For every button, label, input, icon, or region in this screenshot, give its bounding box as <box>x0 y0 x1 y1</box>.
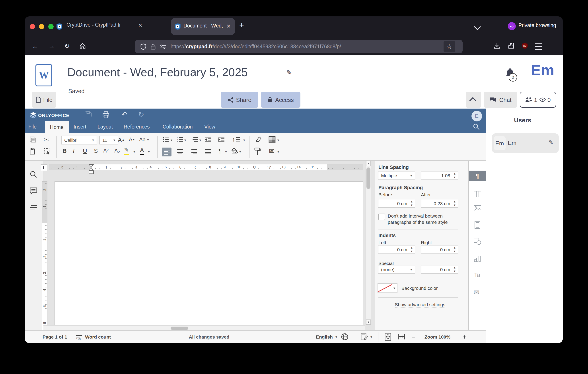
textart-settings-icon[interactable]: Ta <box>474 272 480 278</box>
page-count[interactable]: Page 1 of 1 <box>42 334 67 339</box>
scrollbar-thumb[interactable] <box>367 167 370 189</box>
interval-checkbox[interactable] <box>378 214 385 220</box>
font-color-button[interactable]: A <box>140 147 144 155</box>
print-icon[interactable] <box>102 111 109 118</box>
change-case-icon[interactable]: Aa ▾ <box>139 136 149 143</box>
justify-button[interactable] <box>205 149 211 154</box>
save-icon[interactable] <box>85 111 92 118</box>
fit-page-icon[interactable] <box>385 333 391 341</box>
track-changes-icon[interactable] <box>361 333 368 340</box>
header-footer-settings-icon[interactable] <box>474 221 480 229</box>
reload-button[interactable]: ↻ <box>64 42 70 50</box>
lock-icon[interactable] <box>151 43 156 50</box>
multilevel-list-icon[interactable]: 1i <box>191 136 198 142</box>
indent-right-spinner[interactable]: 0 cm ▴▾ <box>421 245 458 254</box>
line-spacing-icon[interactable]: ↕ <box>232 136 240 143</box>
language-select[interactable]: English <box>316 334 333 339</box>
chart-settings-icon[interactable] <box>474 256 481 262</box>
tab-document-active[interactable]: Document - Wed, February 5, 2 ✕ <box>171 18 235 35</box>
mail-merge-icon[interactable]: ✉ <box>269 147 274 155</box>
bold-button[interactable]: B <box>63 147 67 154</box>
increase-indent-icon[interactable] <box>218 137 225 142</box>
chevron-down-icon[interactable]: ▾ <box>200 138 201 142</box>
tab-cryptdrive[interactable]: CryptDrive - CryptPad.fr ✕ <box>50 18 168 35</box>
ublock-origin-icon[interactable]: uO <box>522 42 528 49</box>
align-left-button-active[interactable] <box>162 147 171 156</box>
chevron-down-icon[interactable]: ▾ <box>171 138 172 142</box>
numbered-list-icon[interactable]: 123 <box>177 136 183 142</box>
font-size-select[interactable]: 11 ▾ <box>99 135 118 145</box>
select-all-icon[interactable] <box>44 148 51 155</box>
url-bar[interactable]: https://cryptpad.fr/doc/#/3/doc/edit/ff0… <box>135 40 462 53</box>
decrease-indent-icon[interactable] <box>205 137 211 142</box>
file-button[interactable]: File <box>32 92 56 108</box>
spacing-before-spinner[interactable]: 0 cm ▴▾ <box>378 199 415 208</box>
copy-icon[interactable] <box>30 136 36 143</box>
url-text[interactable]: https://cryptpad.fr/doc/#/3/doc/edit/ff0… <box>171 44 341 49</box>
scroll-down-button[interactable]: ▼ <box>366 320 371 325</box>
chevron-down-icon[interactable]: ▾ <box>225 150 227 154</box>
line-spacing-select[interactable]: Multiple ▾ <box>378 171 415 180</box>
fit-width-icon[interactable] <box>398 334 405 339</box>
undo-icon[interactable]: ↶ <box>121 110 127 119</box>
font-name-select[interactable]: Calibri ▾ <box>61 135 97 145</box>
redo-icon[interactable]: ↻ <box>138 110 144 119</box>
word-count-button[interactable]: Word count <box>85 334 111 339</box>
menu-insert[interactable]: Insert <box>74 124 86 129</box>
highlight-color-button[interactable]: ✎ <box>124 147 129 155</box>
chevron-down-icon[interactable]: ▾ <box>239 150 241 154</box>
menu-view[interactable]: View <box>204 124 215 129</box>
share-button[interactable]: Share <box>221 92 258 108</box>
table-settings-icon[interactable] <box>474 191 481 197</box>
copy-style-roller-icon[interactable] <box>254 147 261 155</box>
paragraph-shading-icon[interactable] <box>269 136 276 143</box>
globe-icon[interactable] <box>341 333 348 340</box>
navigation-headings-icon[interactable] <box>30 205 37 211</box>
tracking-shield-icon[interactable] <box>140 43 146 50</box>
document-title[interactable]: Document - Wed, February 5, 2025 <box>67 66 248 79</box>
paragraph-settings-tab-active[interactable]: ¶ <box>469 171 486 181</box>
superscript-button[interactable]: A² <box>103 147 109 154</box>
decrease-font-icon[interactable]: A▼ <box>129 136 135 142</box>
comments-icon[interactable] <box>30 187 37 195</box>
shape-settings-icon[interactable] <box>474 238 481 245</box>
scroll-up-button[interactable]: ▲ <box>366 161 371 166</box>
bookmark-star-button[interactable]: ☆ <box>443 41 455 52</box>
tab-list-chevron-icon[interactable] <box>474 23 481 30</box>
shading-bucket-icon[interactable] <box>231 147 238 154</box>
menu-layout[interactable]: Layout <box>97 124 113 129</box>
rename-pencil-icon[interactable]: ✎ <box>286 69 292 77</box>
menu-home-active[interactable]: Home <box>45 121 69 133</box>
users-count-box[interactable]: 1 0 <box>520 92 556 108</box>
italic-button[interactable]: I <box>73 147 75 155</box>
menu-collaboration[interactable]: Collaboration <box>163 124 193 129</box>
collapse-toolbar-button[interactable] <box>466 92 481 108</box>
chevron-down-icon[interactable]: ▾ <box>370 335 372 339</box>
horizontal-scrollbar[interactable] <box>43 325 365 330</box>
image-settings-icon[interactable] <box>474 205 481 211</box>
mail-merge-settings-icon[interactable]: ✉ <box>474 289 479 296</box>
background-color-swatch[interactable]: ▾ <box>378 283 398 293</box>
chevron-down-icon[interactable]: ▾ <box>148 150 150 154</box>
show-advanced-settings-link[interactable]: Show advanced settings <box>395 302 445 308</box>
chat-button[interactable]: Chat <box>484 92 517 108</box>
document-page[interactable] <box>54 181 363 325</box>
tab-stop-selector[interactable]: L <box>41 164 47 171</box>
paste-icon[interactable] <box>30 148 36 155</box>
special-amount-spinner[interactable]: 0 cm ▴▾ <box>421 265 458 274</box>
line-spacing-amount-spinner[interactable]: 1.08 ▴▾ <box>421 171 458 180</box>
menu-references[interactable]: References <box>124 124 150 129</box>
menu-file[interactable]: File <box>28 124 37 129</box>
scrollbar-thumb[interactable] <box>171 327 188 330</box>
strikethrough-button[interactable]: S <box>94 147 98 154</box>
editor-avatar[interactable]: E <box>472 111 482 121</box>
horizontal-ruler[interactable]: 21123456789101112131415 <box>49 164 363 170</box>
nonprinting-chars-button[interactable]: ¶ <box>219 147 222 154</box>
vertical-scrollbar[interactable]: ▲ ▼ <box>365 161 371 325</box>
align-center-button[interactable] <box>177 149 183 154</box>
vertical-ruler[interactable]: 21123456 <box>42 181 47 330</box>
chevron-down-icon[interactable]: ▾ <box>277 150 279 154</box>
indent-left-spinner[interactable]: 0 cm ▴▾ <box>378 245 415 254</box>
user-row[interactable]: Em Em ✎ <box>492 133 559 153</box>
minimize-window-button[interactable] <box>39 24 44 29</box>
